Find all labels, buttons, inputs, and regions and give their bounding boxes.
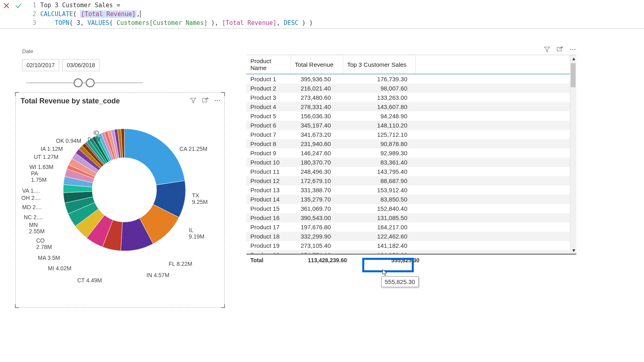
table-row[interactable]: Product 12172,679.1088,687.90 [246,176,576,185]
cell-top3: 143,607.80 [343,102,415,111]
cell-revenue: 345,197.40 [291,121,343,130]
slider-handle-from[interactable] [74,78,83,87]
table-row[interactable]: Product 20254,754.10124,258.20 [246,250,576,254]
cell-top3: 131,085.50 [343,213,415,222]
slice-label-oh: OH 2.... [21,195,41,201]
cell-product: Product 13 [246,185,291,195]
table-row[interactable]: Product 7341,673.20125,712.10 [246,130,576,139]
cell-revenue: 172,679.10 [291,176,343,185]
cell-top3: 152,840.40 [343,204,415,213]
cell-top3: 83,850.50 [343,195,415,204]
table-row[interactable]: Product 5156,036.3094,248.90 [246,111,576,121]
resize-handle-bl[interactable] [15,304,19,308]
col-top3-sales[interactable]: Top 3 Customer Sales [343,55,415,74]
dax-values: VALUES [87,19,109,27]
more-options-icon[interactable] [569,46,576,54]
cell-top3: 90,878.80 [343,139,415,148]
cell-revenue: 156,036.30 [291,111,343,121]
dax-calculate: CALCULATE [40,10,73,18]
cell-top3: 98,007.60 [343,84,415,93]
col-total-revenue[interactable]: Total Revenue [291,55,343,74]
cell-top3: 143,795.40 [343,167,415,176]
table-row[interactable]: Product 11248,496.30143,795.40 [246,167,576,176]
slider-track-line [26,82,143,83]
cell-product: Product 19 [246,241,291,250]
cell-product: Product 3 [246,93,291,102]
table-row[interactable]: Product 14135,279.7083,850.50 [246,195,576,204]
table-row[interactable]: Product 9146,247.6092,989.30 [246,148,576,158]
slice-label-co2: 2.78M [36,244,52,250]
cell-product: Product 5 [246,111,291,121]
table-row[interactable]: Product 6345,197.40148,110.20 [246,121,576,130]
cell-top3: 125,712.10 [343,130,415,139]
cell-product: Product 16 [246,213,291,222]
slice-label-mn1: MN [29,222,38,228]
scroll-thumb[interactable] [571,63,576,87]
cell-revenue: 197,676.80 [291,222,343,232]
cell-product: Product 8 [246,139,291,148]
cell-revenue: 180,370.70 [291,158,343,167]
cell-top3: 148,110.20 [343,121,415,130]
slice-label-ut: UT 1.27M [34,154,58,160]
col-product-name[interactable]: Product Name [246,55,291,74]
slice-label-id2: 0.5M [88,136,100,142]
table-row[interactable]: Product 4278,331.40143,607.80 [246,102,576,111]
cell-product: Product 4 [246,102,291,111]
cell-product: Product 20 [246,250,291,254]
table-row[interactable]: Product 13331,388.70153,912.40 [246,185,576,195]
filter-icon[interactable] [190,97,197,105]
table-row[interactable]: Product 1395,936.50176,739.30 [246,74,576,84]
table-row[interactable]: Product 18332,299.90122,462.60 [246,232,576,241]
slice-label-nc: NC 2.... [24,214,43,220]
slice-label-tx2: 9.25M [192,199,208,205]
table-row[interactable]: Product 10180,370.7083,361.40 [246,158,576,167]
cancel-formula-icon[interactable] [2,2,10,11]
col-spacer [415,55,576,74]
dax-topn: TOPN [55,19,69,27]
resize-handle-tr[interactable] [221,92,225,96]
resize-handle-br[interactable] [221,304,225,308]
cell-product: Product 1 [246,74,291,84]
cell-revenue: 331,388.70 [291,185,343,195]
table-row[interactable]: Product 3273,480.60133,263.00 [246,93,576,102]
focus-mode-icon[interactable] [556,46,564,54]
scroll-up-icon[interactable]: ▴ [570,55,576,62]
cell-product: Product 17 [246,222,291,232]
donut-slice[interactable] [124,129,185,185]
more-options-icon[interactable] [214,97,221,105]
data-table-visual[interactable]: Product Name Total Revenue Top 3 Custome… [246,55,576,274]
cell-top3: 124,258.20 [343,250,415,254]
donut-chart-visual[interactable]: Total Revenue by state_code CA 21.25M TX… [15,93,225,308]
slider-handle-to[interactable] [86,78,95,87]
donut-body: CA 21.25M TX 9.25M IL 9.19M FL 8.22M IN … [16,105,224,290]
table-row[interactable]: Product 16390,543.00131,085.50 [246,213,576,222]
table-row[interactable]: Product 2216,021.4098,007.60 [246,84,576,93]
table-row[interactable]: Product 17197,676.80164,217.00 [246,222,576,232]
filter-icon[interactable] [543,46,551,54]
total-revenue-value: 113,428,239.60 [295,257,359,263]
table-row[interactable]: Product 19273,105.40141,182.40 [246,241,576,250]
slice-label-wi: WI 1.63M [29,164,54,170]
svg-point-5 [570,49,571,50]
resize-handle-tl[interactable] [15,92,19,96]
date-slider[interactable] [26,77,143,89]
formula-editor[interactable]: 1Top 3 Customer Sales = 2CALCULATE( [Tot… [25,0,644,28]
table-scrollbar[interactable]: ▴ ▾ [570,55,576,253]
slice-label-mi: MI 4.02M [48,265,71,272]
cell-top3: 164,217.00 [343,222,415,232]
cell-revenue: 254,754.10 [291,250,343,254]
cell-top3: 94,248.90 [343,111,415,121]
slice-label-ok: OK 0.94M [56,138,81,144]
table-row[interactable]: Product 15361,069.70152,840.40 [246,204,576,213]
date-slicer: Date 02/10/2017 03/06/2018 [22,48,147,89]
slice-label-va: VA 1.... [22,187,40,194]
commit-formula-icon[interactable] [14,2,23,11]
date-to-input[interactable]: 03/06/2018 [62,59,99,71]
table-row[interactable]: Product 8231,940.6090,878.80 [246,139,576,148]
slice-label-pa1: PA [31,170,38,177]
scroll-down-icon[interactable]: ▾ [570,247,576,253]
cell-product: Product 10 [246,158,291,167]
focus-mode-icon[interactable] [202,97,209,105]
date-from-input[interactable]: 02/10/2017 [22,59,59,71]
cell-top3: 141,182.40 [343,241,415,250]
